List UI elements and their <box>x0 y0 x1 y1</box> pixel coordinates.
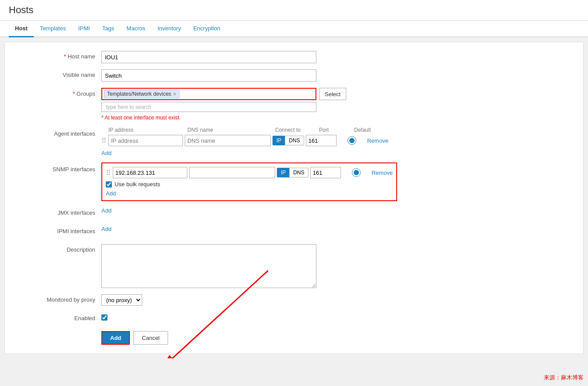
agent-add-link[interactable]: Add <box>101 150 111 156</box>
snmp-remove-link[interactable]: Remove <box>372 170 393 176</box>
snmp-section: ⠿ IP DNS Remove <box>101 162 397 201</box>
snmp-ip-btn[interactable]: IP <box>277 168 290 177</box>
tab-encryption[interactable]: Encryption <box>187 21 226 37</box>
snmp-interfaces-row: SNMP interfaces ⠿ IP DNS <box>14 162 574 201</box>
host-name-input[interactable] <box>101 51 316 63</box>
agent-ip-input[interactable] <box>108 135 183 146</box>
visible-name-row: Visible name <box>14 69 574 82</box>
col-header-dns: DNS name <box>187 127 275 133</box>
groups-search-placeholder: type here to search <box>104 103 153 111</box>
form-content: Host name Visible name Groups Templates/… <box>4 42 584 354</box>
groups-input-wrapper[interactable]: Templates/Network devices × <box>101 88 316 100</box>
snmp-default-radio[interactable] <box>352 168 361 177</box>
tab-ipmi[interactable]: IPMI <box>72 21 96 37</box>
snmp-dns-input[interactable] <box>189 167 275 178</box>
group-tag-label: Templates/Network devices <box>107 91 171 97</box>
description-textarea[interactable] <box>101 244 316 288</box>
col-header-port: Port <box>319 127 354 133</box>
snmp-bulk-checkbox[interactable] <box>106 181 112 188</box>
agent-remove-link[interactable]: Remove <box>367 137 388 144</box>
agent-connect-btn-group: IP DNS <box>272 136 304 145</box>
tab-tags[interactable]: Tags <box>96 21 120 37</box>
select-button[interactable]: Select <box>319 88 346 100</box>
snmp-bulk-row: Use bulk requests <box>106 181 393 188</box>
snmp-ip-input[interactable] <box>113 167 187 178</box>
snmp-port-input[interactable] <box>310 167 341 178</box>
snmp-interface-row: ⠿ IP DNS Remove <box>106 167 393 178</box>
enabled-row: Enabled <box>14 313 574 325</box>
snmp-default-cell <box>345 168 367 177</box>
page-title: Hosts <box>9 4 579 16</box>
action-buttons: Add Cancel <box>14 331 574 345</box>
description-label: Description <box>14 244 101 253</box>
snmp-bulk-label: Use bulk requests <box>115 181 160 188</box>
col-header-default: Default <box>354 127 389 133</box>
groups-row: Groups Templates/Network devices × Selec… <box>14 88 574 121</box>
tabs-bar: Host Templates IPMI Tags Macros Inventor… <box>0 21 588 37</box>
host-name-row: Host name <box>14 51 574 63</box>
drag-handle[interactable]: ⠿ <box>101 137 108 145</box>
description-row: Description <box>14 244 574 288</box>
visible-name-input[interactable] <box>101 69 316 82</box>
agent-ip-btn[interactable]: IP <box>272 136 285 145</box>
agent-port-input[interactable] <box>306 135 337 146</box>
group-tag-remove[interactable]: × <box>173 91 176 97</box>
jmx-interfaces-row: JMX interfaces Add <box>14 207 574 220</box>
add-button[interactable]: Add <box>101 331 130 345</box>
agent-default-cell <box>341 136 363 145</box>
jmx-add-link[interactable]: Add <box>101 207 111 214</box>
enabled-label: Enabled <box>14 313 101 321</box>
agent-interfaces-row: Agent interfaces IP address DNS name Con… <box>14 127 574 156</box>
snmp-connect-btn-group: IP DNS <box>277 168 308 177</box>
agent-dns-btn[interactable]: DNS <box>285 136 304 145</box>
jmx-interfaces-label: JMX interfaces <box>14 207 101 216</box>
host-name-label: Host name <box>14 51 101 60</box>
ipmi-interfaces-label: IPMI interfaces <box>14 226 101 234</box>
proxy-row: Monitored by proxy (no proxy) <box>14 294 574 307</box>
validation-msg: * At least one interface must exist. <box>101 115 181 121</box>
snmp-interfaces-label: SNMP interfaces <box>14 162 101 173</box>
agent-interfaces-label: Agent interfaces <box>14 127 101 137</box>
col-header-ip: IP address <box>108 127 187 133</box>
snmp-dns-btn[interactable]: DNS <box>289 168 308 177</box>
enabled-checkbox[interactable] <box>101 314 108 321</box>
proxy-label: Monitored by proxy <box>14 294 101 303</box>
agent-interface-row: ⠿ IP DNS Remove <box>101 135 388 146</box>
ipmi-interfaces-row: IPMI interfaces Add <box>14 226 574 238</box>
tab-inventory[interactable]: Inventory <box>151 21 187 37</box>
snmp-drag-handle[interactable]: ⠿ <box>106 169 113 177</box>
agent-dns-input[interactable] <box>185 135 271 146</box>
visible-name-label: Visible name <box>14 69 101 78</box>
tab-macros[interactable]: Macros <box>120 21 151 37</box>
group-tag: Templates/Network devices × <box>104 90 179 98</box>
tab-host[interactable]: Host <box>9 21 34 37</box>
cancel-button[interactable]: Cancel <box>133 331 168 345</box>
proxy-select[interactable]: (no proxy) <box>101 294 142 306</box>
col-header-connect: Connect to <box>275 127 319 133</box>
groups-label: Groups <box>14 88 101 97</box>
ipmi-add-link[interactable]: Add <box>101 226 111 232</box>
agent-default-radio[interactable] <box>348 136 356 145</box>
tab-templates[interactable]: Templates <box>34 21 72 37</box>
snmp-add-link[interactable]: Add <box>106 190 116 197</box>
